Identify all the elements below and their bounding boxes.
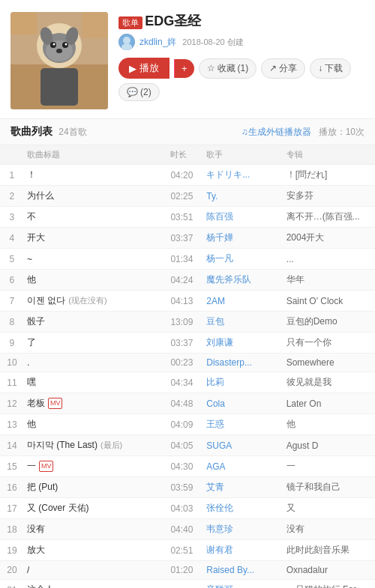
song-title-cell: . bbox=[24, 354, 167, 372]
song-album[interactable]: 没有 bbox=[284, 519, 375, 540]
song-artist[interactable]: 2AM bbox=[203, 291, 283, 312]
song-title-cell: 没有 bbox=[24, 519, 167, 540]
song-album[interactable]: Later On bbox=[284, 393, 375, 414]
song-title-text[interactable]: 이젠 없다 bbox=[27, 294, 65, 307]
mv-badge[interactable]: MV bbox=[48, 398, 63, 409]
song-artist[interactable]: 王惑 bbox=[203, 414, 283, 435]
song-number-text: 17 bbox=[3, 503, 21, 514]
song-title-text[interactable]: ~ bbox=[27, 254, 32, 264]
song-album[interactable]: 他 bbox=[284, 414, 375, 435]
song-title-cell: 嘿 bbox=[24, 372, 167, 393]
song-artist[interactable]: 杨千嬅 bbox=[203, 228, 283, 249]
song-num: 14▶ bbox=[0, 435, 24, 456]
song-duration: 04:48 bbox=[167, 393, 203, 414]
song-artist[interactable]: 刘康谦 bbox=[203, 333, 283, 354]
creator-name[interactable]: zkdlin_姩 bbox=[140, 36, 176, 49]
song-album[interactable]: 只有一个你 bbox=[284, 333, 375, 354]
mv-badge[interactable]: MV bbox=[39, 461, 54, 472]
generate-link-button[interactable]: ♫生成外链播放器 bbox=[242, 126, 311, 139]
song-title-text[interactable]: 不 bbox=[27, 210, 36, 223]
song-artist[interactable]: 杨一凡 bbox=[203, 249, 283, 270]
song-artist[interactable]: 张佺伦 bbox=[203, 498, 283, 519]
download-button[interactable]: ↓ 下载 bbox=[310, 58, 351, 79]
song-album[interactable]: ... bbox=[284, 249, 375, 270]
song-artist[interactable]: 陈百强 bbox=[203, 207, 283, 228]
song-title-text[interactable]: ！ bbox=[27, 169, 36, 181]
song-album[interactable]: 华年 bbox=[284, 270, 375, 291]
song-artist[interactable]: 韦意珍 bbox=[203, 519, 283, 540]
play-label: 播放 bbox=[140, 61, 159, 75]
song-title-cell: 他 bbox=[24, 414, 167, 435]
song-title-text[interactable]: 他 bbox=[27, 273, 36, 286]
song-num: 6▶ bbox=[0, 270, 24, 291]
table-row: 6▶他04:24魔先斧乐队华年 bbox=[0, 270, 375, 291]
song-title-text[interactable]: 嘿 bbox=[27, 376, 36, 389]
song-album[interactable]: 镜子和我自己 bbox=[284, 477, 375, 498]
song-artist[interactable]: Disasterp... bbox=[203, 354, 283, 372]
song-artist[interactable]: Cola bbox=[203, 393, 283, 414]
song-title-text[interactable]: 骰子 bbox=[27, 315, 45, 328]
song-title-text[interactable]: 마지막 (The Last) bbox=[27, 439, 98, 452]
song-album[interactable]: 安多芬 bbox=[284, 186, 375, 207]
song-album[interactable]: Saint O' Clock bbox=[284, 291, 375, 312]
song-album[interactable]: 2004开大 bbox=[284, 228, 375, 249]
share-button[interactable]: ↗ 分享 bbox=[261, 58, 305, 79]
song-artist[interactable]: AGA bbox=[203, 456, 283, 477]
song-artist[interactable]: 魔先斧乐队 bbox=[203, 270, 283, 291]
song-artist[interactable]: 比莉 bbox=[203, 372, 283, 393]
song-album[interactable]: Oxnadalur bbox=[284, 561, 375, 580]
song-title-text[interactable]: . bbox=[27, 357, 29, 368]
song-title-text[interactable]: 这个人 bbox=[27, 584, 54, 588]
table-row: 5▶~01:34杨一凡... bbox=[0, 249, 375, 270]
song-artist[interactable]: 音联可 bbox=[203, 580, 283, 589]
song-number-text: 11 bbox=[3, 378, 21, 388]
song-album[interactable]: 此时此刻音乐果 bbox=[284, 540, 375, 561]
song-table: 歌曲标题 时长 歌手 专辑 1▶！04:20キドリキ...！[問だれ]2▶为什么… bbox=[0, 145, 375, 588]
song-album[interactable]: 又 bbox=[284, 498, 375, 519]
comment-button[interactable]: 💬 (2) bbox=[118, 83, 160, 101]
song-album[interactable]: Somewhere bbox=[284, 354, 375, 372]
song-album[interactable]: Agust D bbox=[284, 435, 375, 456]
song-album[interactable]: 豆包的Demo bbox=[284, 312, 375, 333]
comment-icon: 💬 bbox=[127, 87, 138, 97]
song-title-text[interactable]: 为什么 bbox=[27, 190, 54, 202]
table-row: 16▶把 (Put)03:59艾青镜子和我自己 bbox=[0, 477, 375, 498]
song-artist[interactable]: Raised By... bbox=[203, 561, 283, 580]
song-title-cell: 为什么 bbox=[24, 186, 167, 207]
collect-label: 收藏 bbox=[218, 62, 236, 75]
song-num: 12▶ bbox=[0, 393, 24, 414]
song-artist[interactable]: Ty. bbox=[203, 186, 283, 207]
song-album[interactable]: 离不开…(陈百强... bbox=[284, 207, 375, 228]
song-title-cell: 마지막 (The Last)(最后) bbox=[24, 435, 167, 456]
song-artist[interactable]: キドリキ... bbox=[203, 165, 283, 186]
song-album[interactable]: 彼见就是我 bbox=[284, 372, 375, 393]
song-album[interactable]: ！[問だれ] bbox=[284, 165, 375, 186]
song-number-text: 7 bbox=[3, 296, 21, 306]
song-title-text[interactable]: 开大 bbox=[27, 231, 45, 244]
play-icon: ▶ bbox=[129, 63, 136, 74]
song-artist[interactable]: 艾青 bbox=[203, 477, 283, 498]
song-title-text[interactable]: 放大 bbox=[27, 544, 45, 557]
song-artist[interactable]: 豆包 bbox=[203, 312, 283, 333]
play-button[interactable]: ▶ 播放 bbox=[118, 58, 170, 79]
play-add-button[interactable]: + bbox=[174, 59, 194, 78]
song-album[interactable]: 一只猫的旅行 For... bbox=[284, 580, 375, 589]
song-title-text[interactable]: 老板 bbox=[27, 397, 45, 410]
song-list-title-group: 歌曲列表 24首歌 bbox=[10, 125, 87, 139]
table-row: 12▶老板MV04:48ColaLater On bbox=[0, 393, 375, 414]
song-title-text[interactable]: / bbox=[27, 565, 29, 575]
song-artist[interactable]: 谢有君 bbox=[203, 540, 283, 561]
table-row: 11▶嘿04:34比莉彼见就是我 bbox=[0, 372, 375, 393]
song-title-text[interactable]: 又 (Cover 天佑) bbox=[27, 502, 89, 515]
song-artist[interactable]: SUGA bbox=[203, 435, 283, 456]
song-title-text[interactable]: 把 (Put) bbox=[27, 481, 58, 494]
song-album[interactable]: 一 bbox=[284, 456, 375, 477]
collect-icon: ☆ bbox=[207, 63, 215, 73]
song-title-text[interactable]: 了 bbox=[27, 336, 36, 349]
collect-button[interactable]: ☆ 收藏 (1) bbox=[199, 58, 257, 79]
song-title-text[interactable]: 没有 bbox=[27, 523, 45, 536]
song-title-text[interactable]: 一 bbox=[27, 460, 36, 473]
table-row: 9▶了03:37刘康谦只有一个你 bbox=[0, 333, 375, 354]
song-title-text[interactable]: 他 bbox=[27, 418, 36, 431]
table-row: 7▶이젠 없다(现在没有)04:132AMSaint O' Clock bbox=[0, 291, 375, 312]
